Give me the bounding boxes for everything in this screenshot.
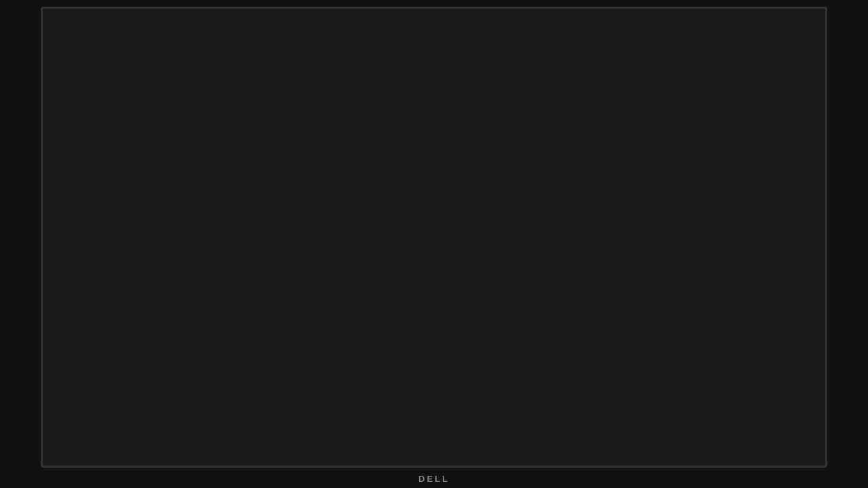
boot-device-3[interactable]: USB: [315, 117, 336, 131]
oc-row-downcore[interactable]: Downcore control [Auto]: [189, 166, 696, 180]
oc-section-other: Other Setting: [189, 356, 696, 369]
memory-info-row: Memory Size: 16384MB: [323, 77, 467, 87]
boot-device-8[interactable]: ⬤: [485, 117, 505, 131]
oc-name-adv-dram: Advanced DRAM Configuration: [203, 264, 690, 272]
oc-title: Overclocking: [195, 138, 267, 148]
axmp-status: Not: [110, 138, 121, 145]
cpu-temp-unit: °C: [79, 70, 86, 77]
boot-device-10[interactable]: 💿: [553, 117, 573, 131]
ddr-voltage-label: DDR Voltage:: [323, 100, 366, 107]
boot-device-5[interactable]: USB: [383, 117, 403, 131]
top-bar-right: F12 🌐 English ✕: [737, 16, 820, 26]
boot-device-11[interactable]: USB: [587, 117, 607, 131]
boot-arrow-9: ▶: [543, 121, 549, 128]
boot-device-6[interactable]: 📄: [417, 117, 437, 131]
settings-icon-bg: 🔧: [157, 178, 182, 201]
hot-key-arrow-icon: ↺: [684, 140, 690, 147]
boot-device-4[interactable]: USB: [349, 117, 370, 131]
boot-arrow-1: ▶: [272, 121, 277, 128]
oc-name-fch-base: FCH Base Clock (MHz): [195, 196, 635, 204]
axmp-badge[interactable]: Not Supported: [95, 125, 136, 165]
boot-device-1[interactable]: 💿: [248, 117, 268, 131]
oc-name-cpu-core-v: CPU Core Voltage: [195, 304, 595, 312]
shortcut-value-desc: Value: [715, 444, 732, 451]
boot-arrow-8: ▶: [509, 121, 515, 128]
boot-arrow-6: ▶: [441, 121, 447, 128]
memory-value: 16384MB: [369, 78, 398, 85]
mb-temp-row: □ 33 °C: [48, 91, 182, 103]
boot-device-7[interactable]: USB: [451, 117, 471, 131]
shortcut-move: ↑↓: Move: [703, 418, 820, 425]
nav-item-oc[interactable]: ⚙ OC: [43, 209, 188, 428]
screenshot-button[interactable]: F12: [737, 16, 758, 26]
ez-mode-container: EZ Mode (F7): [182, 15, 721, 27]
mb-value: A320M PRO-VH PLUS (MS-7B07): [338, 56, 441, 64]
nav-item-mflash[interactable]: 💾 Use USB to flash BIOS M-FLASH: [43, 428, 188, 466]
boot-arrow-3: ▶: [340, 121, 345, 128]
cpu-temp-box-icon: □: [48, 67, 58, 79]
oc-name-memory-z: MEMORY-Z: [203, 386, 690, 394]
oc-row-memory-try[interactable]: Memory Try It ! [Disabled]: [189, 247, 696, 261]
oc-row-fch-base[interactable]: FCH Base Clock (MHz) Auto: [189, 193, 696, 207]
oc-name-dram-v: DRAM Voltage: [195, 345, 595, 353]
oc-row-dram-v[interactable]: DRAM Voltage 1.216V Auto: [189, 342, 696, 356]
cpu-speed-value: 3.20 GHz: [254, 55, 300, 67]
oc-row-adj-dram-freq[interactable]: Adjusted DRAM Frequency 2400MHz: [189, 234, 696, 247]
oc-row-adv-dram[interactable]: Advanced DRAM Configuration: [189, 261, 696, 274]
oc-value-dram-v: 1.216V: [595, 345, 649, 353]
scrollbar[interactable]: [691, 152, 696, 466]
vcore-info-row: VCore: 1.312V: [323, 87, 467, 98]
bios-ver-row: BIOS Ver: E7B07AMS.3C0: [195, 85, 303, 92]
oc-row-dram-freq[interactable]: DRAM Frequency [Auto]: [189, 220, 696, 234]
nav-item-settings[interactable]: 🔧 Motherboard settings SETTINGS: [43, 170, 188, 209]
shortcut-keys: ↑↓: Move →←: Group jump Enter: Select +/…: [697, 413, 825, 466]
shortcut-enter: Enter: Select: [703, 435, 820, 443]
bios-build-value: 11/06/2018: [248, 96, 282, 104]
oc-row-cpu-core-v[interactable]: CPU Core Voltage 1.312V Auto: [189, 302, 696, 315]
cpu-speed-row: CPU Speed 3.20 GHz: [195, 55, 303, 67]
boot-arrow-2: ▶: [306, 121, 311, 128]
msi-text: msi: [66, 16, 86, 26]
oc-row-memory-z[interactable]: MEMORY-Z: [189, 383, 696, 396]
boot-priority-label: Boot Priority: [195, 120, 241, 128]
oc-name-memory-try: Memory Try It !: [195, 250, 635, 258]
boot-device-9[interactable]: USB: [519, 117, 539, 131]
ddr-speed-label: DDR Speed: [195, 70, 250, 80]
scroll-down-button[interactable]: Scroll down: [703, 370, 820, 407]
axmp-section: A-XMP Not Supported: [43, 110, 188, 170]
oc-row-cpu-features[interactable]: CPU Features: [189, 396, 696, 410]
mb-temp-value: 33: [62, 92, 73, 102]
shortcut-enter-desc: Select: [722, 435, 741, 443]
cpu-info-row: CPU: AMD Ryzen 7 2700 Eight-Core Process…: [323, 66, 467, 77]
shortcut-enter-key: Enter:: [703, 435, 722, 443]
language-selector[interactable]: 🌐 English: [765, 16, 801, 25]
boot-device-12[interactable]: 🌐: [620, 117, 641, 131]
oc-name-adj-dram-freq: Adjusted DRAM Frequency: [195, 237, 635, 245]
oc-row-cpu-spec[interactable]: CPU Specifications: [189, 369, 696, 383]
top-header: 🛡 msi CLICK BIOS 5 EZ Mode (F7) F12 🌐 En…: [43, 9, 825, 33]
boot-arrow-4: ▶: [374, 121, 379, 128]
temperature-title: Temperature: [48, 56, 182, 64]
oc-row-core-perf-boost[interactable]: Core Performance Boost [Auto]: [189, 152, 696, 166]
ez-mode-button[interactable]: EZ Mode (F7): [660, 15, 721, 27]
center-panel: CPU Speed 3.20 GHz DDR Speed 2400 MHz BI…: [189, 51, 696, 466]
close-button[interactable]: ✕: [812, 16, 820, 26]
left-panel: Temperature □ 38 °C Motherboard □ 33 °C …: [43, 51, 189, 466]
language-label: English: [776, 17, 801, 25]
bios-build-label: BIOS Build Date:: [195, 96, 247, 104]
msi-shield-icon: 🛡: [48, 13, 63, 28]
oc-row-cldo-vddp[interactable]: CLDO_VDDP voltage Auto: [189, 329, 696, 342]
tab-info[interactable]: INFO: [762, 51, 826, 67]
oc-name-cpu-nb-soc: CPU NB/SoC Voltage: [195, 318, 595, 326]
oc-row-digitall[interactable]: DigitALL Power: [189, 288, 696, 302]
oc-row-cpu-nb-soc[interactable]: CPU NB/SoC Voltage 0.816V Auto: [189, 315, 696, 329]
oc-value-memory-try: [Disabled]: [635, 250, 690, 258]
tab-help[interactable]: HELP: [697, 51, 762, 67]
vcore-value: 1.312V: [348, 89, 370, 96]
oc-value-cpu-core-v: 1.312V: [595, 304, 649, 312]
oc-name-cpu-features: CPU Features: [203, 399, 689, 407]
axmp-title: A-XMP: [48, 115, 182, 122]
oc-value-downcore: [Auto]: [635, 169, 690, 177]
boot-device-2[interactable]: ⬤: [281, 117, 302, 131]
shortcut-move-desc: Move: [713, 418, 730, 425]
